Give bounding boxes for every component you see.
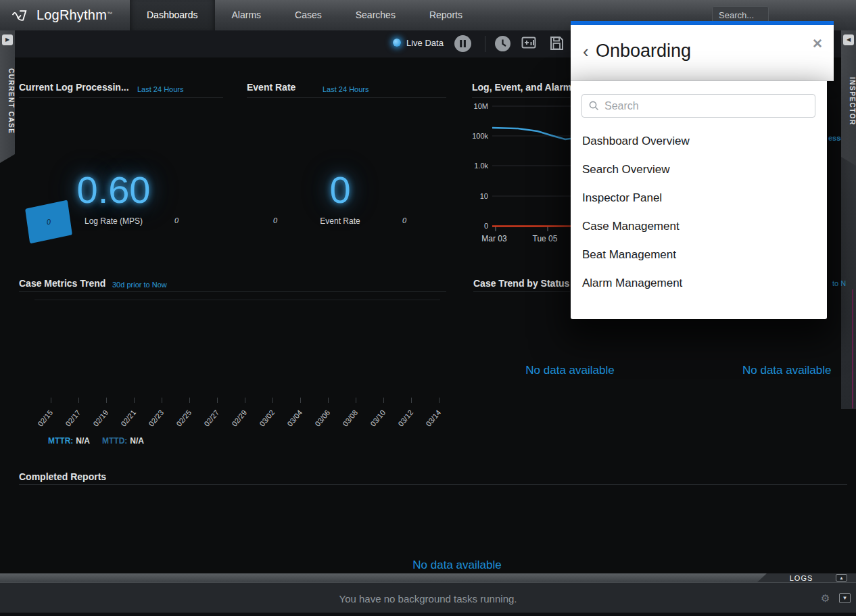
- event-rate-label: Event Rate: [286, 216, 394, 226]
- axis-tick: [162, 398, 162, 403]
- no-data-message: No data available: [400, 559, 514, 572]
- axis-tick: [272, 398, 273, 403]
- date-label: 03/04: [279, 408, 304, 435]
- axis-tick: [189, 398, 190, 403]
- gauge-segment: 0: [25, 200, 72, 244]
- expand-logs-button[interactable]: ▲: [836, 574, 847, 582]
- collapse-tasks-button[interactable]: ▼: [839, 593, 851, 603]
- onboarding-search-box[interactable]: [581, 94, 815, 118]
- widget-divider: [472, 97, 570, 98]
- widget-title-completed-reports: Completed Reports: [19, 471, 106, 482]
- onboarding-topic-list: Dashboard Overview Search Overview Inspe…: [571, 127, 827, 298]
- widget-divider: [247, 97, 446, 98]
- axis-tick: [328, 398, 329, 403]
- tab-searches[interactable]: Searches: [339, 0, 412, 30]
- widget-divider: [473, 291, 570, 292]
- current-case-tab[interactable]: ▶ CURRENT CASE: [0, 30, 15, 163]
- save-icon: [548, 35, 565, 51]
- tab-reports[interactable]: Reports: [412, 0, 479, 30]
- tab-cases[interactable]: Cases: [278, 0, 339, 30]
- widget-title-case-trend-by-status: Case Trend by Status: [473, 278, 569, 289]
- add-widget-button[interactable]: [520, 36, 537, 53]
- axis-tick: [78, 398, 79, 403]
- date-label: 03/08: [335, 408, 359, 435]
- date-label: 03/14: [418, 408, 442, 435]
- inspector-label: INSPECTOR: [841, 51, 856, 152]
- clock-icon: [494, 35, 511, 52]
- mttd-label: MTTD:: [102, 436, 127, 446]
- back-chevron-icon[interactable]: ‹: [583, 43, 589, 60]
- widget-divider: [19, 484, 847, 485]
- onboarding-header: ‹ Onboarding ✕: [571, 25, 834, 81]
- time-range-button[interactable]: [494, 35, 511, 55]
- pause-button[interactable]: [454, 34, 472, 55]
- mttr-value: N/A: [76, 436, 90, 446]
- widget-title-case-metrics-trend: Case Metrics Trend: [19, 278, 105, 289]
- y-tick-10M: 10M: [461, 102, 488, 110]
- tab-dashboards[interactable]: Dashboards: [130, 0, 215, 30]
- hidden-subtitle-fragment: to N: [832, 279, 846, 287]
- x-tick-tue-05: Tue 05: [527, 234, 563, 243]
- no-data-message: No data available: [742, 364, 831, 377]
- axis-tick: [106, 398, 107, 403]
- onboarding-item-case-management[interactable]: Case Management: [571, 212, 827, 241]
- y-tick-10: 10: [461, 192, 488, 200]
- onboarding-panel: ‹ Onboarding ✕ Dashboard Overview Search…: [571, 21, 834, 319]
- widget-title-event-rate: Event Rate: [247, 82, 295, 93]
- axis-tick: [217, 398, 218, 403]
- date-label: 02/21: [113, 408, 137, 435]
- expand-right-icon[interactable]: ▶: [2, 34, 13, 45]
- widget-title-log-event-alarm: Log, Event, and Alarm...: [472, 82, 571, 93]
- trademark: ™: [107, 11, 112, 17]
- range-link-30d-prior[interactable]: 30d prior to Now: [112, 281, 167, 289]
- log-rate-label: Log Rate (MPS): [60, 216, 168, 226]
- expand-left-icon[interactable]: ◀: [843, 34, 854, 45]
- mttd-value: N/A: [130, 436, 144, 446]
- onboarding-body: Dashboard Overview Search Overview Inspe…: [571, 81, 827, 319]
- axis-tick: [134, 398, 135, 403]
- date-label: 03/02: [252, 408, 276, 435]
- axis-tick: [439, 398, 439, 403]
- live-data-label: Live Data: [406, 38, 444, 48]
- onboarding-item-alarm-management[interactable]: Alarm Management: [571, 269, 827, 298]
- footer-edge: [0, 613, 856, 616]
- live-data-indicator[interactable]: [393, 39, 401, 47]
- onboarding-search-input[interactable]: [604, 100, 808, 112]
- date-label: 02/15: [30, 408, 54, 435]
- background-tasks-message: You have no background tasks running.: [0, 593, 856, 605]
- tab-alarms[interactable]: Alarms: [215, 0, 279, 30]
- date-label: 02/19: [85, 408, 110, 435]
- log-rate-series-line: [492, 128, 571, 139]
- y-tick-1k: 1.0k: [461, 162, 488, 170]
- onboarding-item-beat-management[interactable]: Beat Management: [571, 241, 827, 269]
- date-label: 02/27: [196, 408, 220, 435]
- save-dashboard-button[interactable]: [548, 35, 565, 54]
- toolbar-divider: [485, 36, 485, 52]
- gear-icon[interactable]: ⚙: [821, 592, 830, 605]
- axis-tick: [51, 398, 51, 403]
- pause-icon: [454, 34, 472, 53]
- onboarding-item-dashboard-overview[interactable]: Dashboard Overview: [571, 127, 827, 156]
- axis-tick: [411, 398, 412, 403]
- date-label: 02/29: [224, 408, 248, 435]
- gauge-max-label: 0: [402, 216, 406, 224]
- logs-tab[interactable]: LOGS: [778, 574, 825, 582]
- no-data-message: No data available: [508, 364, 632, 377]
- close-icon[interactable]: ✕: [812, 36, 823, 51]
- arrow-up-icon: ▲: [839, 575, 844, 580]
- widget-divider: [19, 291, 446, 292]
- inspector-tab[interactable]: ◀ INSPECTOR: [841, 30, 856, 166]
- range-link-last-24-hours[interactable]: Last 24 Hours: [323, 85, 368, 93]
- date-label: 02/17: [57, 408, 82, 435]
- axis-tick: [245, 398, 245, 403]
- logrhythm-wave-icon: [12, 7, 30, 24]
- onboarding-item-search-overview[interactable]: Search Overview: [571, 156, 827, 184]
- widget-title-current-log-processing: Current Log Processin...: [19, 82, 129, 93]
- logrhythm-app: LogRhythm™ Dashboards Alarms Cases Searc…: [0, 0, 856, 616]
- logrhythm-logo: LogRhythm™: [0, 0, 130, 30]
- widget-divider: [19, 97, 223, 98]
- range-link-last-24-hours[interactable]: Last 24 Hours: [137, 85, 183, 93]
- onboarding-item-inspector-panel[interactable]: Inspector Panel: [571, 184, 827, 212]
- search-icon: [589, 101, 599, 111]
- chart-gridline: [34, 300, 440, 300]
